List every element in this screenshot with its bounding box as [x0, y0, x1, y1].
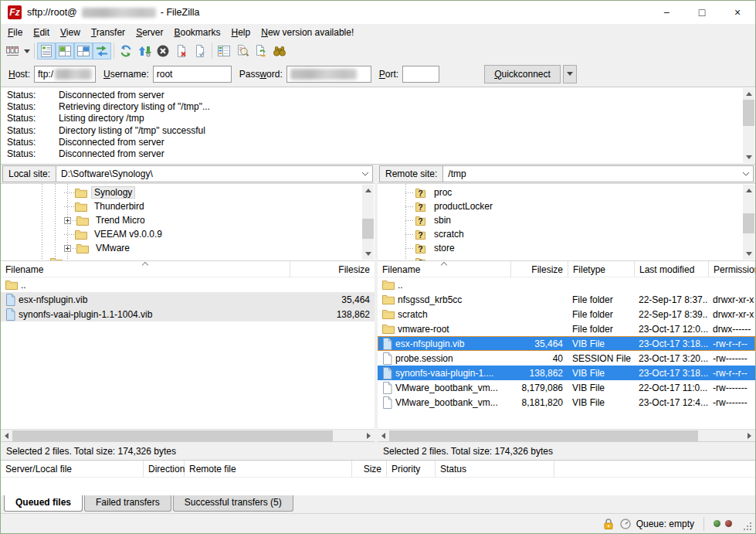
- column-last-modified[interactable]: Last modified: [634, 261, 708, 277]
- scroll-down-icon[interactable]: [743, 248, 754, 260]
- lock-icon[interactable]: [602, 518, 615, 530]
- remote-horizontal-scrollbar[interactable]: [378, 429, 755, 441]
- file-row-esx-nfsplugin[interactable]: esx-nfsplugin.vib 35,464 VIB File 23-Oct…: [378, 336, 755, 351]
- menu-help[interactable]: Help: [226, 25, 256, 40]
- synchronized-browsing-button[interactable]: [252, 43, 270, 60]
- chevron-down-icon[interactable]: [358, 166, 372, 182]
- scroll-right-icon[interactable]: [744, 430, 755, 442]
- file-row-probe-session[interactable]: probe.session 40 SESSION File 23-Oct-17 …: [378, 351, 755, 366]
- remote-site-combo[interactable]: Remote site: /tmp: [379, 165, 754, 182]
- tree-item-scratch[interactable]: scratch: [378, 227, 755, 241]
- scroll-right-icon[interactable]: [363, 430, 375, 442]
- toggle-transfer-queue-button[interactable]: [93, 43, 111, 60]
- log-scrollbar[interactable]: [743, 88, 754, 163]
- scrollbar-thumb[interactable]: [743, 213, 754, 233]
- tree-item-partial[interactable]: [378, 255, 755, 261]
- refresh-button[interactable]: [117, 43, 135, 60]
- tree-item-thunderbird[interactable]: Thunderbird: [1, 199, 375, 213]
- username-input[interactable]: [153, 66, 232, 83]
- local-site-combo[interactable]: Local site: D:\Software\Synology\: [2, 165, 373, 182]
- column-priority[interactable]: Priority: [387, 461, 436, 477]
- chevron-down-icon[interactable]: [739, 166, 753, 182]
- port-input[interactable]: [402, 66, 439, 83]
- scroll-down-icon[interactable]: [743, 151, 754, 163]
- scrollbar-thumb[interactable]: [362, 219, 374, 239]
- tree-item-synology[interactable]: Synology: [1, 185, 375, 199]
- file-row-vmware-bootbank-1[interactable]: VMware_bootbank_vm... 8,179,086 VIB File…: [378, 380, 755, 395]
- local-horizontal-scrollbar[interactable]: [1, 429, 375, 441]
- file-row-scratch[interactable]: scratch File folder 22-Sep-17 8:39... dr…: [378, 307, 755, 321]
- maximize-button[interactable]: □: [684, 1, 720, 24]
- expand-plus-icon[interactable]: [64, 217, 71, 224]
- file-row-parent-dir[interactable]: ..: [1, 277, 375, 292]
- expand-plus-icon[interactable]: [64, 245, 71, 252]
- scroll-left-icon[interactable]: [1, 430, 12, 442]
- file-row-vmware-root[interactable]: vmware-root File folder 23-Oct-17 12:0..…: [378, 321, 755, 336]
- column-direction[interactable]: Direction: [144, 461, 185, 477]
- tab-failed-transfers[interactable]: Failed transfers: [84, 495, 171, 512]
- reconnect-button[interactable]: [191, 43, 209, 60]
- host-input[interactable]: ftp:/: [34, 66, 96, 83]
- tree-item-veeam[interactable]: VEEAM v9.0.0.9: [1, 227, 375, 241]
- column-remote-file[interactable]: Remote file: [185, 461, 352, 477]
- tree-item-sbin[interactable]: sbin: [378, 213, 755, 227]
- scroll-up-icon[interactable]: [743, 88, 754, 100]
- site-manager-button[interactable]: [3, 43, 22, 60]
- tree-item-proc[interactable]: proc: [378, 185, 755, 199]
- menu-file[interactable]: File: [2, 25, 28, 40]
- quickconnect-dropdown[interactable]: [563, 65, 577, 83]
- column-permissions[interactable]: Permissions: [708, 261, 755, 277]
- scrollbar-thumb[interactable]: [12, 430, 333, 441]
- speed-limit-icon[interactable]: [619, 518, 632, 530]
- directory-comparison-button[interactable]: [233, 43, 252, 60]
- tab-successful-transfers[interactable]: Successful transfers (5): [173, 495, 293, 512]
- column-filesize[interactable]: Filesize: [290, 261, 375, 277]
- file-row-vmware-bootbank-2[interactable]: VMware_bootbank_vm... 8,181,820 VIB File…: [378, 395, 755, 410]
- file-row-synonfs-vaai[interactable]: synonfs-vaai-plugin-1.1-1004.vib 138,862: [1, 307, 375, 321]
- minimize-button[interactable]: −: [649, 1, 684, 24]
- toggle-message-log-button[interactable]: [37, 43, 56, 60]
- file-row-esx-nfsplugin[interactable]: esx-nfsplugin.vib 35,464: [1, 292, 375, 307]
- column-size[interactable]: Size: [352, 461, 387, 477]
- menu-edit[interactable]: Edit: [28, 25, 55, 40]
- toggle-remote-tree-button[interactable]: [74, 43, 93, 60]
- menu-server[interactable]: Server: [131, 25, 168, 40]
- file-row-synonfs-vaai[interactable]: synonfs-vaai-plugin-1.... 138,862 VIB Fi…: [378, 366, 755, 380]
- column-status[interactable]: Status: [436, 461, 554, 477]
- close-button[interactable]: ×: [720, 1, 755, 24]
- disconnect-button[interactable]: [172, 43, 191, 60]
- tab-queued-files[interactable]: Queued files: [4, 495, 83, 512]
- scroll-up-icon[interactable]: [362, 185, 374, 196]
- process-queue-button[interactable]: [135, 43, 154, 60]
- tree-item-partial[interactable]: [1, 255, 375, 261]
- filter-button[interactable]: [215, 43, 233, 60]
- file-row-nfsgssd[interactable]: nfsgssd_krb5cc File folder 22-Sep-17 8:3…: [378, 292, 755, 307]
- site-manager-dropdown[interactable]: [22, 43, 32, 60]
- local-tree-scrollbar[interactable]: [362, 185, 374, 260]
- menu-transfer[interactable]: Transfer: [86, 25, 131, 40]
- password-input[interactable]: [286, 66, 371, 83]
- menu-view[interactable]: View: [55, 25, 86, 40]
- tree-item-vmware[interactable]: VMware: [1, 241, 375, 255]
- column-filename[interactable]: Filename: [378, 261, 510, 277]
- tree-item-store[interactable]: store: [378, 241, 755, 255]
- menu-new-version[interactable]: New version available!: [256, 25, 359, 40]
- quickconnect-button[interactable]: Quickconnect: [484, 65, 561, 83]
- resize-grip[interactable]: [743, 522, 752, 531]
- scrollbar-thumb[interactable]: [743, 100, 754, 126]
- column-server-local-file[interactable]: Server/Local file: [1, 461, 144, 477]
- scrollbar-thumb[interactable]: [389, 430, 698, 441]
- column-filesize[interactable]: Filesize: [510, 261, 568, 277]
- column-filename[interactable]: Filename: [1, 261, 290, 277]
- file-row-parent-dir[interactable]: ..: [378, 277, 755, 292]
- tree-item-productlocker[interactable]: productLocker: [378, 199, 755, 213]
- toggle-local-tree-button[interactable]: [56, 43, 74, 60]
- menu-bookmarks[interactable]: Bookmarks: [168, 25, 225, 40]
- tree-item-trend-micro[interactable]: Trend Micro: [1, 213, 375, 227]
- scroll-down-icon[interactable]: [362, 248, 374, 260]
- remote-tree-scrollbar[interactable]: [743, 185, 754, 260]
- column-filetype[interactable]: Filetype: [568, 261, 634, 277]
- cancel-button[interactable]: [154, 43, 172, 60]
- scroll-up-icon[interactable]: [743, 185, 754, 196]
- find-files-button[interactable]: [270, 43, 289, 60]
